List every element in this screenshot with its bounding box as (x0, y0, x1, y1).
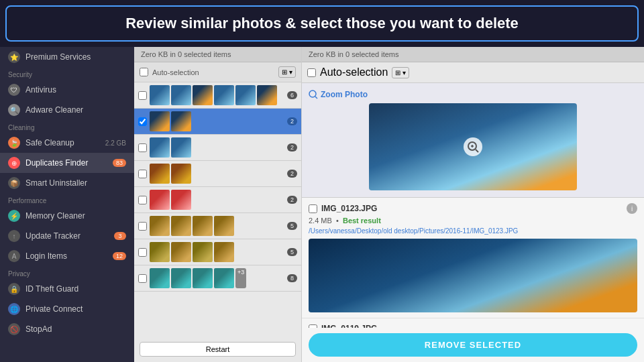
thumb-8-1 (150, 268, 170, 288)
thumb-6-4 (214, 216, 234, 236)
group5-checkbox[interactable] (138, 196, 147, 204)
thumb-1-3 (193, 85, 213, 105)
thumb-5-1 (150, 190, 170, 210)
premium-icon: ⭐ (8, 51, 20, 63)
group7-checkbox[interactable] (138, 248, 147, 257)
thumb-1-1 (150, 85, 170, 105)
thumb-2-1 (150, 111, 170, 131)
photo-entry-2-header: IMG_0119.JPG (309, 324, 637, 328)
sidebar-item-login-items[interactable]: A Login Items 12 (0, 246, 134, 266)
sidebar-item-private-label: Private Connect (25, 304, 83, 314)
sidebar-item-stopad[interactable]: 🚫 StopAd (0, 319, 134, 339)
detail-auto-row: Auto-selection ⊞ ▾ (302, 62, 644, 83)
group7-thumbs (150, 242, 284, 262)
banner: Review similar photos & select those you… (5, 5, 639, 42)
photo1-size: 2.4 MB (309, 217, 332, 225)
photo-group-8[interactable]: +3 8 (134, 265, 301, 292)
svg-point-0 (309, 90, 316, 97)
zoom-icon (309, 90, 318, 99)
thumb-8-4 (214, 268, 234, 288)
group1-checkbox[interactable] (138, 91, 147, 100)
sidebar-item-antivirus[interactable]: 🛡 Antivirus (0, 80, 134, 100)
sidebar-item-memory[interactable]: ⚡ Memory Cleaner (0, 206, 134, 226)
safe-cleanup-icon: 🍃 (8, 137, 20, 149)
photo-entry-1: IMG_0123.JPG i 2.4 MB • Best result /Use… (302, 198, 644, 318)
thumb-7-1 (150, 242, 170, 262)
sidebar-item-private-connect[interactable]: 🌐 Private Connect (0, 299, 134, 319)
photo-group-3[interactable]: 2 (134, 135, 301, 161)
group8-thumbs: +3 (150, 268, 284, 288)
sidebar-item-stopad-label: StopAd (25, 324, 52, 334)
photo1-meta: 2.4 MB • Best result (309, 217, 637, 225)
photo-group-2[interactable]: 2 (134, 109, 301, 135)
group2-thumbs (150, 111, 284, 131)
sidebar-item-duplicates[interactable]: ⊕ Duplicates Finder 83 (0, 153, 134, 173)
app-container: Review similar photos & select those you… (0, 0, 644, 362)
smart-icon: 📦 (8, 177, 20, 189)
sidebar-item-premium-label: Premium Services (25, 52, 91, 62)
photo1-info-icon[interactable]: i (627, 203, 637, 214)
thumb-3-1 (150, 137, 170, 158)
photo-list-header: Zero KB in 0 selected items (134, 47, 301, 62)
sidebar-item-smart-label: Smart Uninstaller (25, 178, 87, 188)
sidebar-item-duplicates-label: Duplicates Finder (25, 158, 88, 168)
thumb-1-6 (257, 85, 277, 105)
photo1-thumbnail (309, 239, 637, 312)
detail-auto-checkbox[interactable] (307, 68, 316, 77)
group6-checkbox[interactable] (138, 222, 147, 231)
memory-icon: ⚡ (8, 210, 20, 222)
sidebar-item-adware[interactable]: 🔍 Adware Cleaner (0, 100, 134, 120)
sidebar-item-update-tracker[interactable]: ↑ Update Tracker 3 (0, 226, 134, 246)
photo2-checkbox[interactable] (309, 324, 317, 328)
sidebar-item-premium[interactable]: ⭐ Premium Services (0, 47, 134, 67)
restart-button[interactable]: Restart (140, 342, 296, 357)
group3-checkbox[interactable] (138, 143, 147, 152)
section-performance: Performance (0, 193, 134, 206)
safe-size: 2.2 GB (105, 139, 126, 147)
grid-view-button[interactable]: ⊞ ▾ (278, 66, 296, 78)
photo-entries: IMG_0123.JPG i 2.4 MB • Best result /Use… (302, 198, 644, 328)
thumb-6-2 (171, 216, 191, 236)
group3-count: 2 (287, 143, 297, 152)
svg-line-1 (315, 97, 317, 99)
zoom-section: Zoom Photo (302, 83, 644, 198)
adware-icon: 🔍 (8, 104, 20, 116)
photo-group-4[interactable]: 2 (134, 161, 301, 187)
group2-checkbox[interactable] (138, 117, 147, 126)
detail-panel: Zero KB in 0 selected items Auto-selecti… (302, 47, 644, 362)
id-icon: 🔒 (8, 283, 20, 295)
sidebar-item-id-label: ID Theft Guard (25, 284, 78, 294)
group7-count: 5 (287, 248, 297, 256)
auto-selection-checkbox[interactable] (140, 68, 148, 76)
group8-checkbox[interactable] (138, 274, 147, 283)
photo-group-1[interactable]: 6 (134, 82, 301, 109)
sidebar-item-safe-cleanup[interactable]: 🍃 Safe Cleanup 2.2 GB (0, 133, 134, 153)
login-icon: A (8, 250, 20, 262)
sidebar-item-id-theft[interactable]: 🔒 ID Theft Guard (0, 279, 134, 299)
photo-group-6[interactable]: 5 (134, 213, 301, 239)
remove-selected-button[interactable]: REMOVE SELECTED (309, 333, 637, 357)
zoom-label: Zoom Photo (309, 90, 368, 99)
detail-grid-button[interactable]: ⊞ ▾ (392, 67, 409, 78)
group1-count: 6 (287, 91, 297, 99)
sidebar-item-safe-label: Safe Cleanup (25, 138, 74, 147)
photo1-checkbox[interactable] (309, 204, 317, 213)
section-cleaning: Cleaning (0, 120, 134, 133)
thumb-4-2 (171, 164, 191, 184)
detail-auto-label: Auto-selection (320, 66, 388, 78)
thumb-1-2 (171, 85, 191, 105)
thumb-1-5 (235, 85, 256, 105)
login-badge: 12 (113, 252, 126, 260)
plus-more: +3 (235, 268, 246, 288)
photo-group-5[interactable]: 2 (134, 187, 301, 213)
photo-group-7[interactable]: 5 (134, 239, 301, 265)
sidebar: ⭐ Premium Services Security 🛡 Antivirus … (0, 47, 134, 362)
photo1-name: IMG_0123.JPG (321, 204, 377, 213)
thumb-2-2 (171, 111, 191, 131)
photo-list-panel: Zero KB in 0 selected items Auto-selecti… (134, 47, 302, 362)
sidebar-item-smart-uninstaller[interactable]: 📦 Smart Uninstaller (0, 173, 134, 193)
group6-count: 5 (287, 222, 297, 230)
group4-checkbox[interactable] (138, 170, 147, 178)
private-icon: 🌐 (8, 303, 20, 315)
auto-selection-row: Auto-selection ⊞ ▾ (134, 62, 301, 82)
